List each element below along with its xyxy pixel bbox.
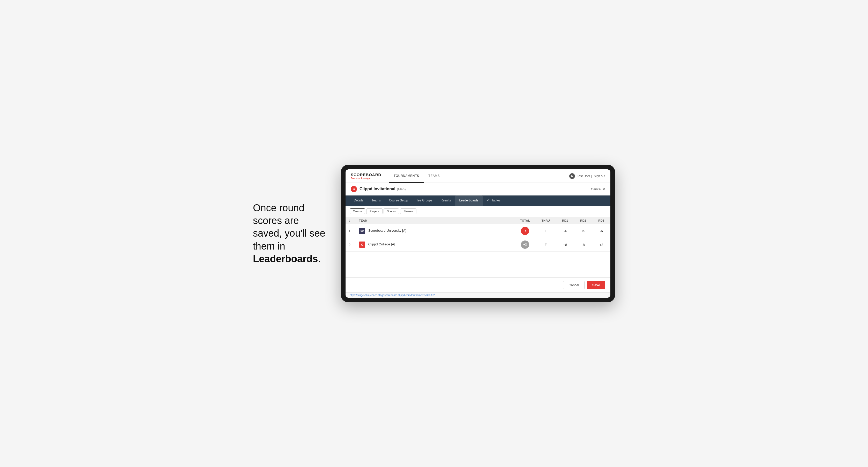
total-2: +3: [515, 238, 535, 252]
filter-teams-button[interactable]: Teams: [350, 209, 365, 214]
rd2-1: +5: [574, 224, 592, 238]
team-name-2: Clippd College [A]: [368, 242, 395, 246]
col-thru: THRU: [535, 217, 556, 224]
footer-bar: Cancel Save: [345, 277, 610, 292]
url-bar: https://stage-blue-coach.stagescoreboard…: [345, 292, 610, 298]
logo-area: SCOREBOARD Powered by clippd: [351, 173, 381, 180]
tournament-title: Clippd Invitational: [360, 187, 396, 191]
brand-name: clippd: [365, 177, 371, 180]
content-area: Teams Players Scores Strokes # TEAM TOTA…: [345, 206, 610, 298]
rd2-2: -8: [574, 238, 592, 252]
table-row: 1 SU Scoreboard University [A] -5 F -4: [345, 224, 610, 238]
team-1: SU Scoreboard University [A]: [356, 224, 515, 238]
tournament-subtitle: (Men): [397, 187, 406, 191]
tab-teams[interactable]: Teams: [368, 195, 385, 206]
sign-out-link[interactable]: Sign out: [594, 174, 605, 178]
score-badge-1: -5: [521, 227, 529, 235]
team-logo-clippd: C: [359, 242, 365, 248]
filter-bar: Teams Players Scores Strokes: [345, 206, 610, 217]
user-area: S Test User | Sign out: [569, 173, 605, 179]
rank-1: 1: [345, 224, 356, 238]
rank-2: 2: [345, 238, 356, 252]
close-icon: ✕: [602, 187, 605, 191]
sidebar-description: Once round scores are saved, you'll see …: [253, 202, 326, 266]
spacer: [345, 252, 610, 277]
nav-tournaments[interactable]: TOURNAMENTS: [389, 169, 424, 183]
leaderboard-table-wrapper: # TEAM TOTAL THRU RD1 RD2 RD3 1: [345, 217, 610, 252]
filter-strokes-button[interactable]: Strokes: [400, 209, 416, 214]
logo-powered: Powered by clippd: [351, 177, 381, 180]
thru-1: F: [535, 224, 556, 238]
total-1: -5: [515, 224, 535, 238]
filter-players-button[interactable]: Players: [366, 209, 382, 214]
sidebar-bold: Leaderboards: [253, 253, 318, 264]
tablet-screen: SCOREBOARD Powered by clippd TOURNAMENTS…: [345, 169, 610, 298]
tournament-header: C Clippd Invitational (Men) Cancel ✕: [345, 183, 610, 195]
tab-leaderboards[interactable]: Leaderboards: [455, 195, 483, 206]
rd1-2: +8: [556, 238, 574, 252]
tournament-icon: C: [351, 186, 357, 192]
team-logo-scoreboard: SU: [359, 228, 365, 234]
thru-2: F: [535, 238, 556, 252]
rd3-2: +3: [592, 238, 610, 252]
leaderboard-table: # TEAM TOTAL THRU RD1 RD2 RD3 1: [345, 217, 610, 252]
tablet-frame: SCOREBOARD Powered by clippd TOURNAMENTS…: [341, 165, 615, 302]
table-row: 2 C Clippd College [A] +3 F +8: [345, 238, 610, 252]
col-rd2: RD2: [574, 217, 592, 224]
col-rd1: RD1: [556, 217, 574, 224]
tab-results[interactable]: Results: [436, 195, 455, 206]
filter-scores-button[interactable]: Scores: [383, 209, 399, 214]
col-team: TEAM: [356, 217, 515, 224]
nav-links: TOURNAMENTS TEAMS: [389, 169, 569, 183]
cancel-button[interactable]: Cancel: [563, 281, 584, 289]
cancel-tournament-button[interactable]: Cancel ✕: [591, 187, 605, 191]
rd1-1: -4: [556, 224, 574, 238]
logo-text: SCOREBOARD: [351, 173, 381, 177]
score-badge-2: +3: [521, 241, 529, 249]
col-total: TOTAL: [515, 217, 535, 224]
nav-teams[interactable]: TEAMS: [424, 169, 444, 183]
top-nav: SCOREBOARD Powered by clippd TOURNAMENTS…: [345, 169, 610, 183]
col-rank: #: [345, 217, 356, 224]
tab-course-setup[interactable]: Course Setup: [385, 195, 412, 206]
team-name-1: Scoreboard University [A]: [368, 228, 406, 232]
user-name: Test User |: [577, 174, 592, 178]
tab-printables[interactable]: Printables: [483, 195, 505, 206]
tab-tee-groups[interactable]: Tee Groups: [412, 195, 436, 206]
tab-nav: Details Teams Course Setup Tee Groups Re…: [345, 195, 610, 206]
save-button[interactable]: Save: [587, 281, 605, 289]
tab-details[interactable]: Details: [350, 195, 368, 206]
rd3-1: -6: [592, 224, 610, 238]
avatar: S: [569, 173, 575, 179]
team-2: C Clippd College [A]: [356, 238, 515, 252]
col-rd3: RD3: [592, 217, 610, 224]
